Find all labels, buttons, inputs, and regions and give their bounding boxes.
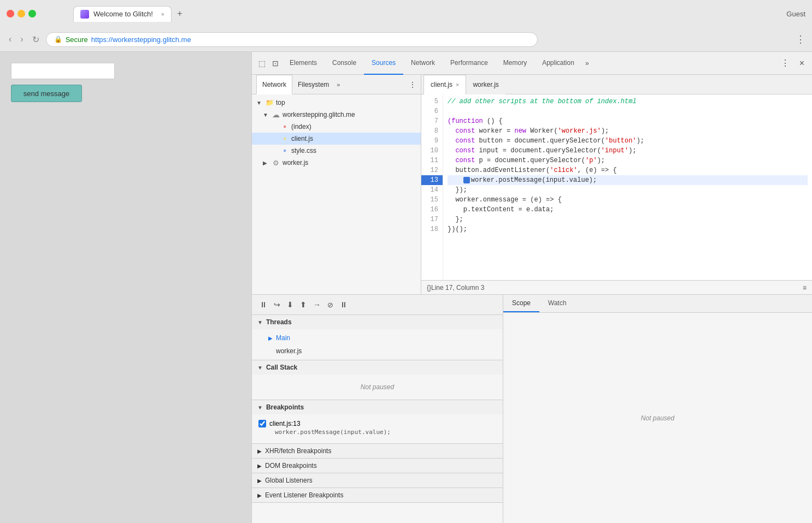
maximize-button[interactable] [28, 10, 36, 17]
code-tab-close-clientjs[interactable]: × [456, 81, 459, 88]
inspect-element-button[interactable]: ⬚ [255, 57, 269, 70]
secure-icon: 🔒 [54, 35, 62, 43]
url-bar[interactable]: 🔒 Secure https://workerstepping.glitch.m… [46, 32, 538, 47]
tab-memory[interactable]: Memory [496, 52, 534, 75]
code-line-15: worker.onmessage = (e) => { [448, 195, 808, 205]
tree-item-stylecss[interactable]: ▶ style.css [252, 145, 421, 157]
step-into-button[interactable]: ⬇ [285, 298, 296, 311]
pause-button[interactable]: ⏸ [257, 298, 269, 311]
tree-arrow-top: ▼ [256, 100, 263, 106]
browser-more-button[interactable]: ⋮ [796, 33, 805, 45]
global-listeners-section[interactable]: ▶ Global Listeners [252, 473, 503, 488]
pause-on-exceptions-button[interactable]: ⏸ [338, 298, 350, 311]
threads-header[interactable]: ▼ Threads [252, 315, 503, 329]
code-line-9: const button = document.querySelector('b… [448, 136, 808, 146]
forward-button[interactable]: › [18, 32, 25, 46]
sidebar-menu-button[interactable]: ⋮ [409, 80, 416, 89]
deactivate-breakpoints-button[interactable]: ⊘ [325, 299, 336, 311]
breakpoints-header[interactable]: ▼ Breakpoints [252, 400, 503, 414]
back-button[interactable]: ‹ [7, 32, 14, 46]
tree-item-domain[interactable]: ▼ workerstepping.glitch.me [252, 109, 421, 121]
send-message-button[interactable]: send message [11, 85, 82, 102]
step-over-button[interactable]: ↪ [272, 298, 283, 311]
tab-elements[interactable]: Elements [282, 52, 325, 75]
tree-item-top[interactable]: ▼ top [252, 97, 421, 109]
reload-button[interactable]: ↻ [30, 32, 42, 47]
xhr-breakpoints-section[interactable]: ▶ XHR/fetch Breakpoints [252, 444, 503, 459]
devtools-close-button[interactable]: × [795, 56, 809, 70]
sidebar-tab-network[interactable]: Network [256, 75, 292, 94]
event-listener-breakpoints-section[interactable]: ▶ Event Listener Breakpoints [252, 488, 503, 503]
line-num-18: 18 [421, 224, 443, 234]
code-line-17: }; [448, 215, 808, 224]
thread-main[interactable]: ▶ Main [252, 331, 503, 344]
sidebar-tab-filesystem[interactable]: Filesystem [292, 75, 334, 94]
line-num-14: 14 [421, 185, 443, 195]
global-label: Global Listeners [265, 477, 313, 484]
line-num-13: 13 [421, 175, 443, 185]
close-button[interactable] [7, 10, 14, 17]
code-line-12: button.addEventListener('click', (e) => … [448, 165, 808, 175]
call-stack-label: Call Stack [266, 364, 297, 371]
thread-main-label: Main [276, 334, 290, 342]
device-toggle-button[interactable]: ⊡ [269, 57, 282, 70]
call-stack-header[interactable]: ▼ Call Stack [252, 360, 503, 375]
breakpoint-file-1: client.js:13 [269, 420, 301, 427]
tree-arrow-workerjs: ▶ [263, 160, 269, 166]
breakpoints-arrow: ▼ [257, 405, 263, 411]
line-num-9: 9 [421, 136, 443, 146]
gear-file-icon [272, 158, 280, 167]
new-tab-button[interactable]: + [172, 5, 188, 22]
tree-label-workerjs: worker.js [283, 159, 308, 167]
code-line-7: (function () { [448, 116, 808, 126]
tree-arrow-domain: ▼ [263, 112, 269, 118]
scope-content: Not paused [503, 313, 812, 523]
breakpoints-section: ▼ Breakpoints client.js:13 worker.postMe… [252, 400, 503, 444]
tree-item-index[interactable]: ▶ (index) [252, 121, 421, 133]
browser-tab[interactable]: Welcome to Glitch! × [73, 6, 172, 22]
secure-label: Secure [66, 35, 88, 44]
cursor-position: Line 17, Column 3 [431, 284, 484, 292]
code-tab-clientjs[interactable]: client.js × [423, 75, 466, 94]
code-line-6 [448, 106, 808, 116]
global-arrow: ▶ [257, 478, 262, 484]
tab-close-button[interactable]: × [161, 11, 164, 17]
tab-sources[interactable]: Sources [364, 52, 403, 75]
more-tabs-button[interactable]: » [582, 60, 592, 67]
tree-item-workerjs[interactable]: ▶ worker.js [252, 157, 421, 169]
devtools-settings-button[interactable]: ⋮ [776, 56, 794, 70]
tree-label-stylecss: style.css [291, 147, 316, 154]
debug-panel: ⏸ ↪ ⬇ ⬆ → ⊘ ⏸ ▼ Threads ▶ [252, 294, 812, 523]
scope-tab-watch[interactable]: Watch [539, 295, 575, 312]
cloud-icon [272, 110, 280, 119]
tree-item-clientjs[interactable]: ▶ client.js [252, 133, 421, 145]
sidebar-tab-more[interactable]: » [337, 81, 340, 88]
page-text-input[interactable] [11, 63, 115, 79]
tab-application[interactable]: Application [534, 52, 582, 75]
tab-performance[interactable]: Performance [443, 52, 496, 75]
code-tab-workerjs[interactable]: worker.js [466, 75, 505, 94]
code-line-14: }); [448, 185, 808, 195]
thread-workerjs[interactable]: worker.js [252, 344, 503, 358]
thread-main-arrow: ▶ [268, 335, 273, 341]
dom-breakpoints-section[interactable]: ▶ DOM Breakpoints [252, 459, 503, 473]
event-label: Event Listener Breakpoints [265, 491, 343, 499]
url-display: https://workerstepping.glitch.me [91, 35, 191, 44]
step-out-button[interactable]: ⬆ [298, 298, 309, 311]
title-bar: Welcome to Glitch! × + Guest [0, 0, 812, 27]
code-tab-clientjs-label: client.js [431, 81, 452, 88]
code-line-16: p.textContent = e.data; [448, 205, 808, 215]
css-file-icon [280, 146, 289, 155]
breakpoint-checkbox-1[interactable] [258, 420, 266, 427]
line-num-17: 17 [421, 215, 443, 224]
threads-section: ▼ Threads ▶ Main worker.js [252, 315, 503, 360]
tab-favicon [80, 10, 89, 19]
tab-console[interactable]: Console [325, 52, 364, 75]
minimize-button[interactable] [17, 10, 25, 17]
code-editor[interactable]: 5 6 7 8 9 10 11 12 13 14 15 16 17 18 [421, 94, 812, 280]
tab-network[interactable]: Network [403, 52, 443, 75]
tab-bar: Welcome to Glitch! × + [40, 5, 221, 22]
devtools-panel: ⬚ ⊡ Elements Console Sources Network Per… [251, 52, 812, 523]
resume-button[interactable]: → [311, 298, 323, 311]
scope-tab-scope[interactable]: Scope [503, 295, 539, 312]
